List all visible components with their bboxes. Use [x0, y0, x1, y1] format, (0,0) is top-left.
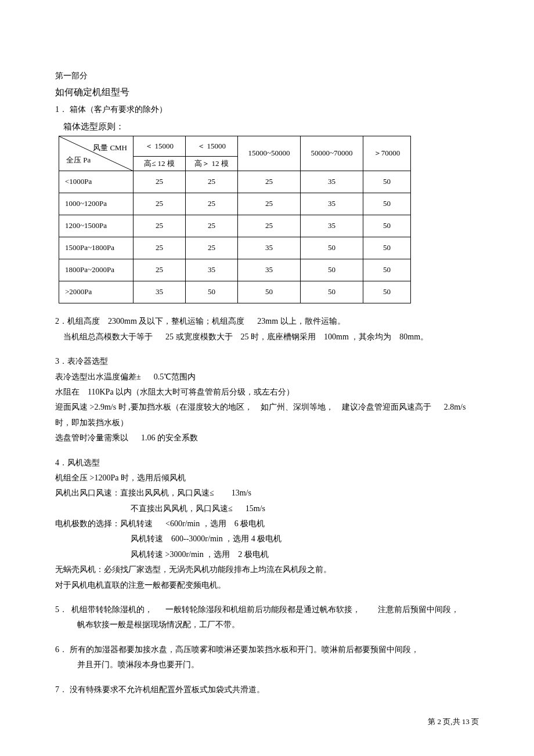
text-line: 6． 所有的加湿器都要加接水盘，高压喷雾和喷淋还要加装挡水板和开门。喷淋前后都要…: [55, 643, 479, 656]
cell: 35: [301, 193, 363, 215]
selection-table: 风量 CMH 全压 Pa ＜ 15000 ＜ 15000 15000~50000…: [59, 136, 411, 303]
table-row: 1800Pa~2000Pa 25 35 35 50 50: [59, 259, 411, 281]
text-line: 不直接出风风机，风口风速≤15m/s: [55, 502, 479, 515]
section-2: 2．机组高度2300mm 及以下，整机运输；机组高度23mm 以上，散件运输。 …: [55, 315, 479, 343]
section-4: 4．风机选型 机组全压 >1200Pa 时，选用后倾风机 风机出风口风速：直接出…: [55, 457, 479, 592]
text-line: 风机转速 >3000r/min ，选用2 极电机: [55, 548, 479, 561]
section-5: 5． 机组带转轮除湿机的，一般转轮除湿段和机组前后功能段都是通过帆布软接，注意前…: [55, 603, 479, 632]
diag-bot: 全压 Pa: [66, 154, 91, 167]
cell: 50: [363, 237, 411, 259]
cell: 35: [238, 237, 301, 259]
text-line: 对于风机电机直联的注意一般都要配变频电机。: [55, 579, 479, 592]
cell: 35: [301, 215, 363, 237]
table-row: <1000Pa 25 25 25 35 50: [59, 171, 411, 193]
col-head: 15000~50000: [238, 136, 301, 171]
text-line: 7． 没有特殊要求不允许机组配置外置板式加袋式共滑道。: [55, 683, 479, 696]
text-line: 当机组总高模数大于等于25 或宽度模数大于25 时，底座槽钢采用100mm ，其…: [55, 331, 479, 343]
section-7: 7． 没有特殊要求不允许机组配置外置板式加袋式共滑道。: [55, 683, 479, 696]
cell: 35: [238, 259, 301, 281]
cell: 25: [238, 193, 301, 215]
cell: 50: [238, 281, 301, 303]
text-line: 帆布软接一般是根据现场情况配，工厂不带。: [55, 618, 479, 631]
cell: 50: [363, 193, 411, 215]
col-head: ＞70000: [363, 136, 411, 171]
row-label: 1800Pa~2000Pa: [59, 259, 134, 281]
part-label: 第一部分: [55, 70, 479, 82]
row-label: 1500Pa~1800Pa: [59, 237, 134, 259]
row-label: 1000~1200Pa: [59, 193, 134, 215]
text-line: 时，即加装挡水板）: [55, 417, 479, 429]
cell: 25: [238, 171, 301, 193]
cell: 25: [134, 259, 186, 281]
table-row: 1500Pa~1800Pa 25 25 35 50 50: [59, 237, 411, 259]
cell: 25: [186, 193, 238, 215]
diag-top: 风量 CMH: [93, 142, 127, 154]
row-label: <1000Pa: [59, 171, 134, 193]
col-subhead: 高≤ 12 模: [134, 156, 186, 171]
text-line: 机组全压 >1200Pa 时，选用后倾风机: [55, 472, 479, 484]
text-line: 2．机组高度2300mm 及以下，整机运输；机组高度23mm 以上，散件运输。: [55, 315, 479, 328]
cell: 35: [186, 259, 238, 281]
table-row: 1200~1500Pa 25 25 25 35 50: [59, 215, 411, 237]
col-subhead: 高＞ 12 模: [186, 156, 238, 171]
table-diag-header: 风量 CMH 全压 Pa: [59, 136, 134, 171]
cell: 50: [363, 281, 411, 303]
page-title: 如何确定机组型号: [55, 85, 479, 100]
text-line: 并且开门。喷淋段本身也要开门。: [55, 659, 479, 671]
text-line: 水阻在110KPa 以内（水阻太大时可将盘管前后分级，或左右分）: [55, 386, 479, 399]
cell: 50: [301, 281, 363, 303]
principle-label: 箱体选型原则：: [55, 120, 479, 133]
cell: 25: [134, 193, 186, 215]
section-4-head: 4．风机选型: [55, 457, 479, 469]
col-head: 50000~70000: [301, 136, 363, 171]
cell: 25: [134, 171, 186, 193]
cell: 35: [134, 281, 186, 303]
cell: 50: [363, 259, 411, 281]
cell: 50: [363, 215, 411, 237]
text-line: 迎面风速 >2.9m/s 时 ,要加挡水板（在湿度较大的地区，如广州、深圳等地，…: [55, 401, 479, 414]
cell: 35: [301, 171, 363, 193]
cell: 25: [238, 215, 301, 237]
text-line: 电机极数的选择：风机转速<600r/min ，选用6 极电机: [55, 518, 479, 530]
section-3: 3．表冷器选型 表冷选型出水温度偏差±0.5℃范围内 水阻在110KPa 以内（…: [55, 355, 479, 444]
section-3-head: 3．表冷器选型: [55, 355, 479, 368]
cell: 25: [134, 215, 186, 237]
text-line: 风机转速600--3000r/min ，选用 4 极电机: [55, 533, 479, 545]
cell: 25: [186, 237, 238, 259]
row-label: 1200~1500Pa: [59, 215, 134, 237]
text-line: 风机出风口风速：直接出风风机，风口风速≤13m/s: [55, 487, 479, 500]
row-label: >2000Pa: [59, 281, 134, 303]
section-1-head: 1． 箱体（客户有要求的除外）: [55, 103, 479, 116]
text-line: 无蜗壳风机：必须找厂家选型，无涡壳风机功能段排布上均流在风机段之前。: [55, 563, 479, 576]
section-6: 6． 所有的加湿器都要加接水盘，高压喷雾和喷淋还要加装挡水板和开门。喷淋前后都要…: [55, 643, 479, 672]
cell: 50: [186, 281, 238, 303]
table-row: 1000~1200Pa 25 25 25 35 50: [59, 193, 411, 215]
table-row: >2000Pa 35 50 50 50 50: [59, 281, 411, 303]
text-line: 表冷选型出水温度偏差±0.5℃范围内: [55, 371, 479, 384]
cell: 25: [186, 171, 238, 193]
page-footer: 第 2 页,共 13 页: [55, 716, 479, 728]
col-head: ＜ 15000: [134, 136, 186, 156]
cell: 50: [363, 171, 411, 193]
cell: 50: [301, 237, 363, 259]
cell: 25: [186, 215, 238, 237]
col-head: ＜ 15000: [186, 136, 238, 156]
cell: 50: [301, 259, 363, 281]
text-line: 选盘管时冷量需乘以1.06 的安全系数: [55, 432, 479, 444]
cell: 25: [134, 237, 186, 259]
text-line: 5． 机组带转轮除湿机的，一般转轮除湿段和机组前后功能段都是通过帆布软接，注意前…: [55, 603, 479, 616]
